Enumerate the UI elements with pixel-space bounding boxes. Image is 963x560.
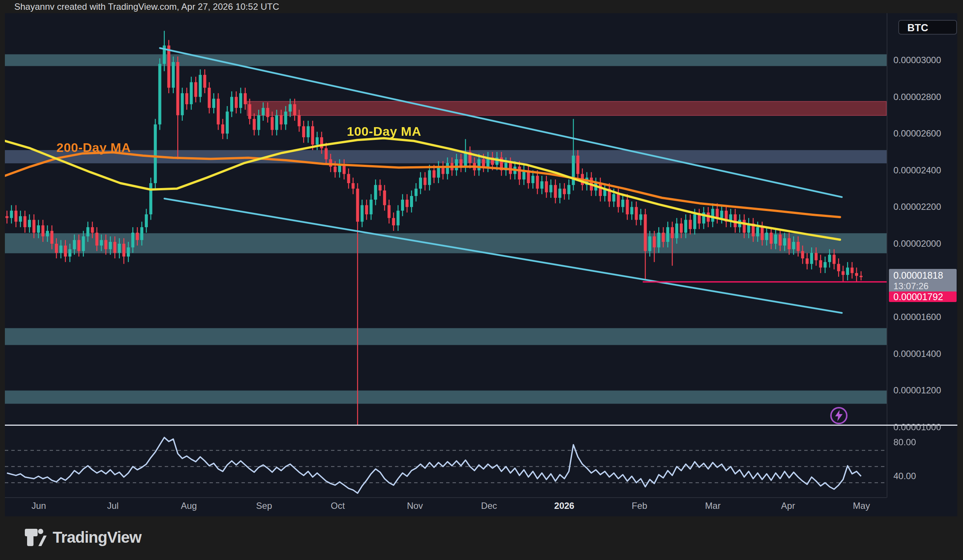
ma200-label: 200-Day MA [57,140,131,155]
last-price-tag: 0.00001818 13:07:26 [889,269,957,293]
chart-credit: Shayannv created with TradingView.com, A… [14,0,279,13]
time-axis-border [5,497,887,498]
time-tick-label: 2026 [547,500,581,511]
price-tick-label: 0.00001200 [893,385,955,396]
lightning-icon [834,410,843,421]
price-chart-canvas[interactable] [5,13,887,426]
tradingview-logo-text: TradingView [53,528,141,547]
pane-separator[interactable] [5,425,957,426]
price-tick-label: 0.00002000 [893,238,955,249]
price-tick-label: 0.00002400 [893,165,955,176]
time-tick-label: Apr [771,500,805,511]
last-price-value: 0.00001818 [893,270,957,281]
time-tick-label: Jul [96,500,130,511]
price-tick-label: 0.00002200 [893,202,955,212]
symbol-badge[interactable]: BTC [898,20,957,35]
time-tick-label: Feb [623,500,657,511]
time-tick-label: Mar [696,500,730,511]
chart-widget: 200-Day MA 100-Day MA BTC 0.000030000.00… [5,13,957,516]
time-tick-label: Oct [321,500,355,511]
rsi-axis-label-80: 80.00 [893,437,916,448]
time-tick-label: Sep [247,500,281,511]
price-tick-label: 0.00002800 [893,92,955,102]
time-tick-label: Dec [472,500,506,511]
tradingview-logo[interactable]: TradingView [24,527,141,548]
price-tick-label: 0.00003000 [893,55,955,65]
time-tick-label: Nov [398,500,432,511]
price-tick-label: 0.00001400 [893,349,955,359]
time-tick-label: May [845,500,879,511]
alert-price-tag: 0.00001792 [889,291,957,302]
rsi-axis-label-40: 40.00 [893,471,916,481]
time-tick-label: Aug [172,500,206,511]
price-tick-label: 0.00001600 [893,312,955,322]
bar-countdown: 13:07:26 [893,281,957,291]
page: Shayannv created with TradingView.com, A… [0,0,963,560]
price-tick-label: 0.00001000 [893,422,955,432]
time-tick-label: Jun [22,500,56,511]
price-tick-label: 0.00002600 [893,128,955,139]
ma100-label: 100-Day MA [347,124,421,139]
lightning-button[interactable] [830,407,848,424]
tradingview-logo-icon [24,527,47,548]
rsi-pane-canvas[interactable] [5,426,887,498]
